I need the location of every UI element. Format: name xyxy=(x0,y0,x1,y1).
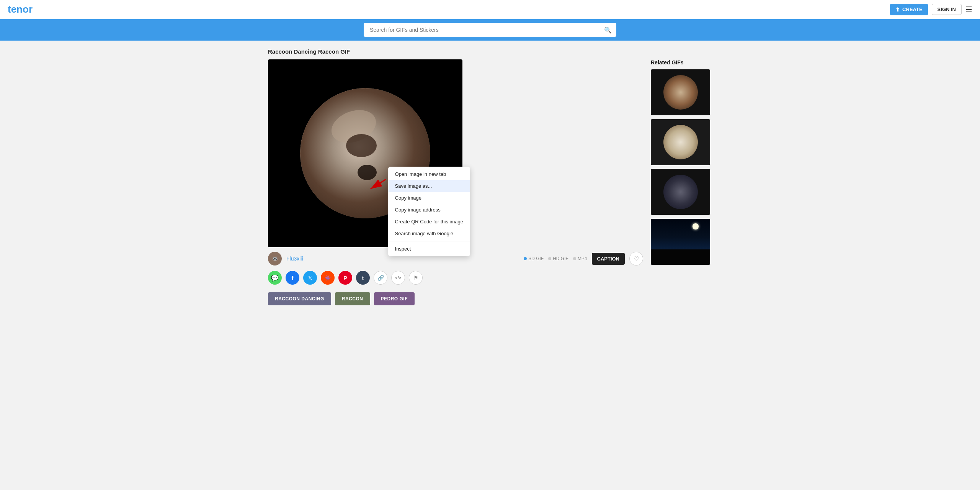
ctx-divider xyxy=(388,241,470,241)
format-hd-label: HD GIF xyxy=(553,256,568,261)
create-label: CREATE xyxy=(902,7,922,12)
avatar: 🦝 xyxy=(268,252,282,265)
share-embed-button[interactable]: </> xyxy=(391,271,405,285)
share-facebook-button[interactable]: f xyxy=(286,271,299,285)
report-flag-button[interactable]: ⚑ xyxy=(409,271,423,285)
content-layout: Open image in new tab Save image as... C… xyxy=(268,59,712,305)
dot-sd xyxy=(524,257,527,260)
related-gif-3[interactable] xyxy=(651,169,710,215)
ctx-search-google[interactable]: Search image with Google xyxy=(388,228,470,239)
share-pinterest-button[interactable]: P xyxy=(338,271,352,285)
ctx-inspect[interactable]: Inspect xyxy=(388,243,470,255)
format-mp4[interactable]: MP4 xyxy=(573,256,587,261)
related-circle-1 xyxy=(663,75,698,110)
share-buttons: 💬 f 𝕏 👾 P t 🔗 </> ⚑ xyxy=(268,271,643,285)
ctx-copy-address[interactable]: Copy image address xyxy=(388,204,470,216)
tag-raccon[interactable]: RACCON xyxy=(335,292,370,305)
raccoon-spot xyxy=(358,165,377,180)
upload-icon: ⬆ xyxy=(895,7,900,13)
format-hd[interactable]: HD GIF xyxy=(548,256,568,261)
logo[interactable]: tenor xyxy=(8,3,33,15)
related-gif-bg-3 xyxy=(651,169,710,215)
caption-button[interactable]: CAPTION xyxy=(592,253,625,265)
share-tumblr-button[interactable]: t xyxy=(356,271,370,285)
share-link-button[interactable]: 🔗 xyxy=(374,271,387,285)
tag-pedro-gif[interactable]: PEDRO GIF xyxy=(374,292,415,305)
related-gif-2[interactable] xyxy=(651,119,710,165)
raccoon-spot xyxy=(346,134,377,157)
related-title: Related GIFs xyxy=(651,59,712,66)
format-mp4-label: MP4 xyxy=(578,256,587,261)
ctx-save-image[interactable]: Save image as... xyxy=(388,180,470,192)
username[interactable]: Flu3xiii xyxy=(286,256,303,262)
share-twitter-button[interactable]: 𝕏 xyxy=(303,271,317,285)
night-moon xyxy=(693,223,699,229)
related-gif-1[interactable] xyxy=(651,69,710,115)
sign-in-button[interactable]: SIGN IN xyxy=(932,4,962,15)
search-bar: 🔍 xyxy=(0,19,980,41)
related-circle-2 xyxy=(663,125,698,159)
related-gif-4[interactable] xyxy=(651,219,710,265)
search-input[interactable] xyxy=(364,23,616,37)
night-scene xyxy=(651,219,710,265)
tag-raccoon-dancing[interactable]: RACCOON DANCING xyxy=(268,292,331,305)
share-reddit-button[interactable]: 👾 xyxy=(321,271,335,285)
search-container: 🔍 xyxy=(364,23,616,37)
format-sd[interactable]: SD GIF xyxy=(524,256,544,261)
ctx-create-qr[interactable]: Create QR Code for this image xyxy=(388,216,470,228)
page-title: Raccoon Dancing Raccon GIF xyxy=(268,48,712,55)
context-menu: Open image in new tab Save image as... C… xyxy=(388,167,470,256)
gif-frame: Open image in new tab Save image as... C… xyxy=(268,59,462,247)
related-gif-bg-2 xyxy=(651,119,710,165)
gif-viewer: Open image in new tab Save image as... C… xyxy=(268,59,643,305)
ctx-open-new-tab[interactable]: Open image in new tab xyxy=(388,168,470,180)
header: tenor ⬆ CREATE SIGN IN ☰ xyxy=(0,0,980,19)
hamburger-menu-icon[interactable]: ☰ xyxy=(965,5,972,14)
tag-buttons: RACCOON DANCING RACCON PEDRO GIF xyxy=(268,292,643,305)
related-circle-3 xyxy=(663,175,698,209)
related-gif-bg-1 xyxy=(651,69,710,115)
favorite-button[interactable]: ♡ xyxy=(629,252,643,265)
format-sd-label: SD GIF xyxy=(528,256,544,261)
ctx-copy-image[interactable]: Copy image xyxy=(388,192,470,204)
search-icon[interactable]: 🔍 xyxy=(604,26,612,34)
related-gifs-panel: Related GIFs xyxy=(651,59,712,305)
create-button[interactable]: ⬆ CREATE xyxy=(890,4,928,15)
dot-hd xyxy=(548,257,551,260)
night-trees xyxy=(651,249,710,265)
main-content: Raccoon Dancing Raccon GIF Open image in… xyxy=(260,41,720,313)
share-sms-button[interactable]: 💬 xyxy=(268,271,282,285)
dot-mp4 xyxy=(573,257,576,260)
